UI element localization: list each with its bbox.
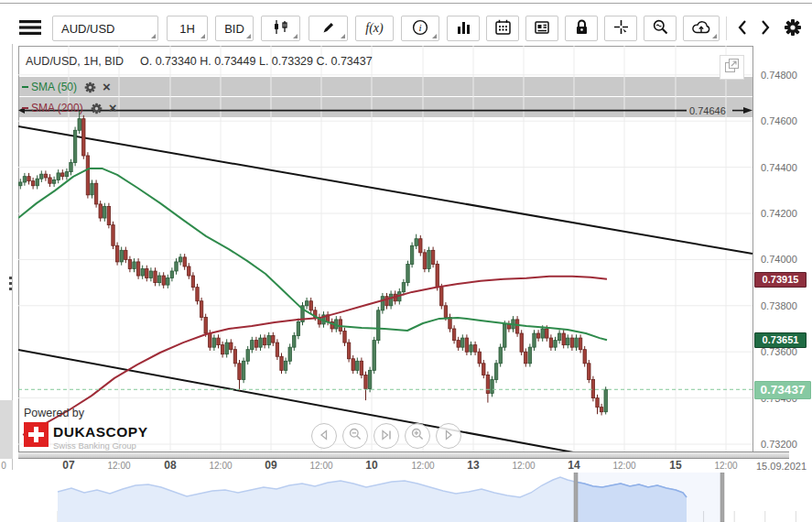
sma200-settings-gear-icon[interactable] xyxy=(91,103,103,114)
playback-controls xyxy=(311,423,461,449)
time-tick: 12:00 xyxy=(309,460,332,472)
chart-header-instrument: AUD/USD, 1H, BID xyxy=(26,55,124,68)
news-button[interactable] xyxy=(525,16,558,41)
dukascopy-subtitle: Swiss Banking Group xyxy=(53,440,148,451)
horizontal-scrollbar[interactable] xyxy=(18,451,789,459)
scroll-forward-button[interactable] xyxy=(754,16,776,41)
menu-button[interactable] xyxy=(16,16,44,41)
crosshair-button[interactable] xyxy=(604,16,637,41)
volume-button[interactable] xyxy=(447,16,480,41)
panel-resize-handle[interactable] xyxy=(9,277,15,293)
time-tick: 12:00 xyxy=(107,460,130,472)
last-price-badge: 0.73437 xyxy=(754,381,811,399)
price-tick: 0.74800 xyxy=(761,70,797,81)
sma200-remove-icon[interactable]: × xyxy=(109,103,117,114)
sma50-remove-icon[interactable]: × xyxy=(103,82,111,92)
dukascopy-swiss-logo xyxy=(24,422,49,447)
calendar-button[interactable] xyxy=(486,16,519,41)
price-tick: 0.73200 xyxy=(761,439,797,450)
sma50-value-badge: 0.73651 xyxy=(754,332,807,348)
zoom-in-small-button[interactable] xyxy=(405,423,430,449)
time-tick: 07 xyxy=(62,460,74,472)
skip-end-icon xyxy=(381,428,393,444)
external-link-icon xyxy=(723,57,741,78)
toolbar-separator xyxy=(726,16,727,40)
time-tick: 12:00 xyxy=(714,460,737,472)
zoom-out-button[interactable] xyxy=(644,16,677,41)
chart-type-button[interactable] xyxy=(261,16,300,41)
time-tick: 15 xyxy=(669,460,681,472)
sma50-label: SMA (50) xyxy=(31,81,77,93)
time-axis[interactable]: 00712:000812:000912:001012:001312:001412… xyxy=(0,460,812,472)
gridlines xyxy=(18,46,752,451)
price-chart-canvas[interactable]: 0.74646 xyxy=(18,46,753,452)
zoom-out-small-button[interactable] xyxy=(342,423,368,449)
draw-tools-button[interactable] xyxy=(309,16,348,41)
price-tick: 0.74400 xyxy=(761,162,797,173)
horizontal-line-value: 0.74646 xyxy=(689,105,726,116)
time-tick: 12:00 xyxy=(612,460,635,472)
sma50-legend-row: SMA (50) × xyxy=(22,78,111,96)
info-icon: i xyxy=(412,19,428,38)
sma200-label: SMA (200) xyxy=(31,102,83,114)
horizontal-price-line[interactable]: 0.74646 xyxy=(18,105,752,116)
price-axis[interactable]: 0.748000.746000.744000.742000.740000.738… xyxy=(753,44,812,470)
news-icon xyxy=(535,21,549,37)
play-button[interactable] xyxy=(436,423,461,449)
price-tick: 0.74200 xyxy=(761,208,797,219)
time-tick: 13 xyxy=(467,460,479,472)
sma50-settings-gear-icon[interactable] xyxy=(84,82,96,93)
candles xyxy=(19,111,608,416)
navigator-left-handle[interactable] xyxy=(574,473,578,522)
cloud-save-button[interactable] xyxy=(683,16,720,41)
price-tick: 0.74000 xyxy=(761,254,797,265)
sma200-line-sample xyxy=(22,107,28,109)
gear-icon xyxy=(784,18,802,39)
lock-icon xyxy=(575,19,589,38)
navigator-right-handle[interactable] xyxy=(720,473,724,522)
triangle-right-icon xyxy=(443,428,454,444)
magnifier-minus-icon xyxy=(349,428,362,444)
time-tick: 14 xyxy=(568,460,579,472)
price-tick: 0.74600 xyxy=(761,115,797,126)
side-panel-footer xyxy=(0,400,13,459)
dukascopy-brand: DUKASCOPY xyxy=(53,425,148,439)
trendlines[interactable] xyxy=(18,126,752,452)
formula-button[interactable]: f(x) xyxy=(355,16,394,41)
svg-text:i: i xyxy=(418,22,421,33)
price-side-selector[interactable]: BID xyxy=(215,16,254,41)
pencil-icon xyxy=(321,20,336,38)
time-tick: 12:00 xyxy=(411,460,434,472)
volume-bars-icon xyxy=(457,21,471,37)
step-back-button[interactable] xyxy=(311,423,337,449)
sma200-legend-row: SMA (200) × xyxy=(22,99,116,117)
window-top-divider xyxy=(0,3,812,4)
powered-by-text: Powered by xyxy=(24,407,148,419)
settings-button[interactable] xyxy=(779,16,807,41)
scroll-back-button[interactable] xyxy=(731,16,753,41)
candlestick-chart-icon xyxy=(273,19,289,38)
lock-button[interactable] xyxy=(565,16,598,41)
magnifier-icon xyxy=(653,19,668,38)
magnifier-plus-icon xyxy=(411,428,424,444)
chart-header: AUD/USD, 1H, BIDO. 0.73340 H. 0.73449 L.… xyxy=(26,55,373,70)
instrument-selector[interactable]: AUD/USD xyxy=(52,16,158,41)
skip-to-end-button[interactable] xyxy=(374,423,399,449)
overview-navigator[interactable] xyxy=(0,473,812,522)
sma50-line[interactable] xyxy=(18,169,607,340)
trading-chart-window: AUD/USD 1H BID f(x) i xyxy=(0,0,812,522)
info-button[interactable]: i xyxy=(401,16,439,41)
detach-chart-button[interactable] xyxy=(720,55,744,80)
time-tick: 10 xyxy=(365,460,377,472)
time-tick: 0 xyxy=(1,460,6,472)
timeframe-selector[interactable]: 1H xyxy=(167,16,208,41)
chart-header-ohlc: O. 0.73340 H. 0.73449 L. 0.73329 C. 0.73… xyxy=(140,55,373,68)
hamburger-icon xyxy=(19,20,41,38)
time-tick: 09 xyxy=(265,460,276,472)
triangle-left-icon xyxy=(319,428,330,444)
price-tick: 0.73800 xyxy=(761,300,797,311)
powered-by-block: Powered by DUKASCOPY Swiss Banking Group xyxy=(24,407,148,451)
time-tick: 08 xyxy=(164,460,176,472)
instrument-label: AUD/USD xyxy=(53,22,157,36)
crosshair-icon xyxy=(613,19,629,38)
